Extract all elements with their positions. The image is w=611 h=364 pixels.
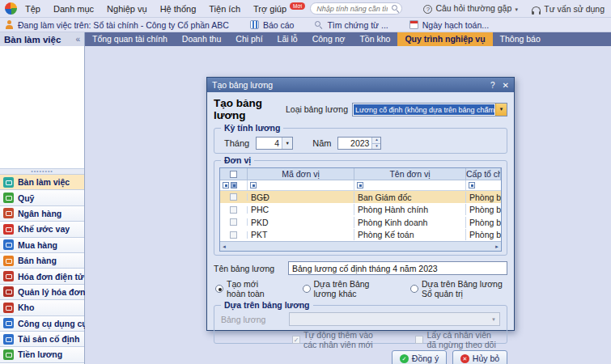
horizontal-scrollbar[interactable]: ◄ ► (220, 241, 501, 251)
spin-up-icon[interactable]: ▲ (372, 138, 380, 144)
chevron-down-icon: ▼ (514, 7, 519, 12)
period-group-title: Kỳ tính lương (221, 123, 283, 133)
option-based-on-other[interactable]: Dựa trên Bảng lương khác (303, 279, 383, 298)
tab-ton-kho[interactable]: Tồn kho (352, 32, 397, 46)
creation-mode-options: Tạo mới hoàn toàn Dựa trên Bảng lương kh… (215, 279, 507, 298)
menu-tep[interactable]: Tệp (25, 4, 40, 14)
radio-icon (410, 285, 418, 293)
menu-he-thong[interactable]: Hệ thống (160, 4, 197, 14)
tab-lai-lo[interactable]: Lãi lỗ (270, 32, 305, 46)
base-group-title: Dựa trên bảng lương (221, 300, 313, 310)
filter-icon[interactable] (357, 182, 363, 188)
column-header[interactable]: Mã đơn vị (248, 168, 354, 180)
ok-button[interactable]: ✓ Đồng ý (392, 350, 447, 364)
table-row[interactable]: PKT Phòng Kế toán Phòng ban (220, 229, 501, 242)
menu-tro-giup[interactable]: Trợ giúp (253, 4, 286, 14)
feature-search (310, 2, 402, 15)
scroll-left-icon[interactable]: ◄ (222, 244, 227, 249)
create-payroll-dialog: Tạo bảng lương ? ✕ Tạo bảng lương Loại b… (206, 77, 515, 331)
posting-date-button[interactable]: Ngày hạch toán... (409, 20, 489, 30)
menu-tien-ich[interactable]: Tiện ích (209, 4, 240, 14)
app-logo-icon (5, 2, 17, 15)
sidebar-item-quy[interactable]: Quỹ (0, 190, 84, 205)
faq-link[interactable]: ?Câu hỏi thường gặp▼ (423, 3, 519, 14)
search-icon (315, 21, 320, 27)
filter-icon[interactable] (469, 182, 475, 188)
option-create-new[interactable]: Tạo mới hoàn toàn (215, 279, 275, 298)
sidebar-item-khe-uoc-vay[interactable]: Khế ước vay (0, 222, 84, 237)
payroll-name-input[interactable] (288, 261, 507, 275)
help-icon[interactable]: ? (490, 81, 495, 90)
row-checkbox[interactable] (230, 218, 237, 226)
sidebar-item-quan-ly-hoa-don[interactable]: Quản lý hóa đơn (0, 285, 84, 300)
unit-table: Mã đơn vị Tên đơn vị Cấp tổ chức BGĐ Ban… (219, 167, 502, 252)
include-stopped-option: Lấy cả nhân viên đã ngừng theo dõi (415, 330, 500, 349)
sidebar-item-kho[interactable]: Kho (0, 300, 84, 315)
dropdown-arrow-icon[interactable]: ▼ (282, 138, 292, 149)
month-label: Tháng (224, 138, 249, 148)
unit-group-title: Đơn vị (221, 155, 254, 165)
dialog-titlebar[interactable]: Tạo bảng lương ? ✕ (207, 78, 514, 92)
month-combobox[interactable]: 4 ▼ (256, 137, 293, 150)
content-area: •••••••• Bàn làm việc Quỹ Ngân hàng Khế … (0, 46, 611, 364)
column-header[interactable]: Cấp tổ chức (466, 168, 501, 180)
table-row[interactable]: BGĐ Ban Giám đốc Phòng ban (220, 191, 501, 204)
collapse-sidebar-icon[interactable]: « (75, 35, 80, 44)
support-link[interactable]: Tư vấn sử dụng (532, 4, 605, 14)
row-checkbox[interactable] (230, 231, 237, 239)
loan-contract-icon (3, 224, 14, 235)
sidebar-item-cong-cu-dung-cu[interactable]: Công cụ dụng cụ (0, 316, 84, 332)
table-row[interactable]: PKD Phòng Kinh doanh Phòng ban (220, 216, 501, 229)
menu-nghiep-vu[interactable]: Nghiệp vụ (107, 4, 147, 14)
base-payroll-combobox-disabled: ▼ (289, 312, 500, 326)
payroll-icon (3, 349, 14, 360)
e-invoice-icon (3, 271, 14, 281)
sidebar-item-ban-lam-viec[interactable]: Bàn làm việc (0, 175, 84, 190)
dialog-heading: Tạo bảng lương (214, 97, 286, 121)
spin-down-icon[interactable]: ▼ (372, 144, 380, 150)
sidebar-item-mua-hang[interactable]: Mua hàng (0, 238, 84, 253)
tab-thong-bao[interactable]: Thông báo (493, 32, 548, 46)
tab-quy-trinh-nghiep-vu[interactable]: Quy trình nghiệp vụ (397, 32, 492, 46)
unit-table-filter-row (220, 180, 501, 191)
auto-add-option: ✓ Tự động thêm vào các nhân viên mới (292, 330, 380, 349)
base-payroll-label: Bảng lương (221, 315, 289, 324)
row-checkbox[interactable] (230, 193, 237, 201)
column-header[interactable]: Tên đơn vị (354, 168, 466, 180)
feature-search-input[interactable] (310, 2, 402, 15)
new-badge: Mới (290, 2, 305, 10)
filter-icon[interactable] (223, 182, 229, 188)
table-row[interactable]: PHC Phòng Hành chính Phòng ban (220, 203, 501, 216)
option-based-on-mgmt-book[interactable]: Dựa trên Bảng lương Sổ quản trị (410, 279, 507, 298)
tab-doanh-thu[interactable]: Doanh thu (175, 32, 228, 46)
radio-icon (303, 285, 311, 293)
dialog-title: Tạo bảng lương (212, 80, 483, 90)
search-icon (392, 5, 397, 11)
tab-tong-quan-tai-chinh[interactable]: Tổng quan tài chính (85, 32, 175, 46)
report-button[interactable]: Báo cáo (250, 20, 295, 30)
close-icon[interactable]: ✕ (503, 81, 509, 90)
cancel-button[interactable]: ✕ Hủy bỏ (452, 350, 507, 364)
filter-icon[interactable] (250, 182, 257, 188)
sidebar-item-tien-luong[interactable]: Tiền lương (0, 347, 84, 362)
find-voucher-button[interactable]: Tìm chứng từ ... (315, 20, 388, 30)
sidebar-splitter[interactable]: •••••••• (0, 169, 84, 175)
year-spinner[interactable]: 2023 ▲ ▼ (337, 137, 381, 150)
dropdown-arrow-icon[interactable]: ▼ (495, 104, 507, 116)
tab-chi-phi[interactable]: Chi phí (228, 32, 269, 46)
unit-group: Đơn vị Mã đơn vị Tên đơn vị Cấp tổ chức (214, 160, 507, 256)
sidebar-item-hoa-don-dien-tu[interactable]: Hóa đơn điện tử (0, 269, 84, 284)
select-all-checkbox[interactable] (230, 171, 237, 178)
purchase-cart-icon (3, 239, 14, 250)
filter-icon[interactable] (231, 182, 237, 188)
sidebar-item-tai-san-co-dinh[interactable]: Tài sản cố định (0, 332, 84, 347)
row-checkbox[interactable] (230, 206, 237, 214)
bank-icon (3, 208, 14, 218)
sidebar-item-ngan-hang[interactable]: Ngân hàng (0, 206, 84, 222)
radio-selected-icon (215, 285, 223, 293)
scroll-right-icon[interactable]: ► (494, 244, 499, 249)
sidebar-item-ban-hang[interactable]: Bán hàng (0, 253, 84, 269)
menu-danh-muc[interactable]: Danh mục (53, 4, 94, 14)
payroll-type-combobox[interactable]: Lương cố định (không dựa trên bảng chấm … (352, 103, 507, 116)
tab-cong-no[interactable]: Công nợ (305, 32, 353, 46)
